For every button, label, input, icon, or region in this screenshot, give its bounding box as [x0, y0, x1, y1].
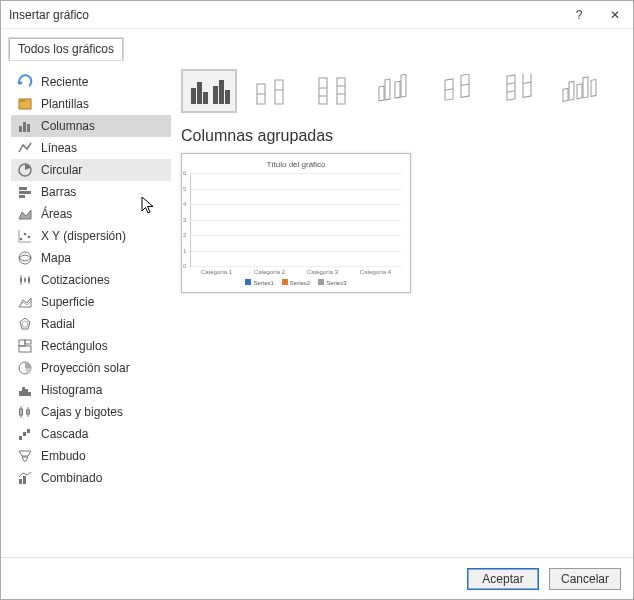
preview-xlabels: Categoría 1Categoría 2Categoría 3Categor…: [190, 269, 402, 275]
svg-line-68: [507, 91, 515, 92]
sidebar-item-0[interactable]: Reciente: [11, 71, 171, 93]
svg-rect-69: [523, 74, 531, 97]
svg-rect-52: [319, 78, 327, 104]
sidebar-item-label: Radial: [41, 317, 75, 331]
legend-item: Series2: [282, 279, 310, 286]
sidebar-item-10[interactable]: Superficie: [11, 291, 171, 313]
svg-rect-47: [225, 90, 230, 104]
svg-rect-61: [401, 74, 406, 97]
sidebar-item-1[interactable]: Plantillas: [11, 93, 171, 115]
preview-title: Título del gráfico: [190, 160, 402, 169]
sidebar-item-18[interactable]: Combinado: [11, 467, 171, 489]
sidebar-item-8[interactable]: Mapa: [11, 247, 171, 269]
svg-rect-74: [583, 77, 588, 98]
svg-rect-73: [577, 84, 582, 99]
svg-rect-7: [19, 191, 31, 194]
svg-rect-23: [19, 340, 25, 346]
sidebar-item-label: Superficie: [41, 295, 94, 309]
legend-item: Series1: [245, 279, 273, 286]
sidebar-item-6[interactable]: Áreas: [11, 203, 171, 225]
preview-legend: Series1Series2Series3: [190, 279, 402, 286]
subtype-2[interactable]: [305, 69, 361, 113]
subtype-0[interactable]: [181, 69, 237, 113]
svg-rect-28: [22, 387, 25, 396]
chart-type-icon: [17, 426, 33, 442]
tab-all-charts[interactable]: Todos los gráficos: [9, 38, 123, 60]
sidebar-item-16[interactable]: Cascada: [11, 423, 171, 445]
subtype-row: [181, 69, 623, 113]
sidebar-item-11[interactable]: Radial: [11, 313, 171, 335]
sidebar-item-label: Cascada: [41, 427, 88, 441]
help-button[interactable]: ?: [561, 1, 597, 29]
svg-rect-72: [569, 81, 574, 100]
sidebar-item-13[interactable]: Proyección solar: [11, 357, 171, 379]
sidebar-item-label: Columnas: [41, 119, 95, 133]
chart-type-icon: [17, 228, 33, 244]
close-button[interactable]: ✕: [597, 1, 633, 29]
chart-type-icon: [17, 448, 33, 464]
svg-rect-48: [257, 84, 265, 104]
x-label: Categoría 2: [254, 269, 285, 275]
sidebar-item-3[interactable]: Líneas: [11, 137, 171, 159]
chart-type-list: RecientePlantillasColumnasLíneasCircular…: [11, 69, 171, 557]
svg-rect-25: [19, 346, 31, 352]
sidebar-item-12[interactable]: Rectángulos: [11, 335, 171, 357]
svg-rect-40: [19, 479, 22, 484]
sidebar-item-14[interactable]: Histograma: [11, 379, 171, 401]
subtype-6[interactable]: [553, 69, 609, 113]
sidebar-item-9[interactable]: Cotizaciones: [11, 269, 171, 291]
svg-rect-27: [19, 391, 22, 396]
chart-type-icon: [17, 184, 33, 200]
help-icon: ?: [576, 8, 583, 22]
sidebar-item-2[interactable]: Columnas: [11, 115, 171, 137]
sidebar-item-label: Barras: [41, 185, 76, 199]
svg-point-14: [19, 252, 31, 264]
svg-rect-64: [461, 74, 469, 97]
sidebar-item-4[interactable]: Circular: [11, 159, 171, 181]
sidebar-item-label: Reciente: [41, 75, 88, 89]
subtype-4[interactable]: [429, 69, 485, 113]
svg-rect-37: [27, 429, 30, 433]
svg-rect-24: [25, 340, 31, 344]
preview-plot: 0123456: [190, 173, 402, 267]
sidebar-item-label: Mapa: [41, 251, 71, 265]
subtype-1[interactable]: [243, 69, 299, 113]
ok-button[interactable]: Aceptar: [467, 568, 539, 590]
sidebar-item-label: Plantillas: [41, 97, 89, 111]
svg-rect-1: [19, 99, 25, 102]
svg-rect-75: [591, 79, 596, 96]
sidebar-item-5[interactable]: Barras: [11, 181, 171, 203]
subtype-3[interactable]: [367, 69, 423, 113]
sidebar-item-label: Rectángulos: [41, 339, 108, 353]
chart-type-icon: [17, 360, 33, 376]
window-title: Insertar gráfico: [9, 8, 561, 22]
sidebar-item-7[interactable]: X Y (dispersión): [11, 225, 171, 247]
chart-preview[interactable]: Título del gráfico 0123456 Categoría 1Ca…: [181, 153, 411, 293]
cancel-button[interactable]: Cancelar: [549, 568, 621, 590]
svg-line-63: [445, 89, 453, 90]
svg-rect-58: [379, 86, 384, 101]
dialog-footer: Aceptar Cancelar: [1, 557, 633, 599]
sidebar-item-17[interactable]: Embudo: [11, 445, 171, 467]
svg-rect-4: [27, 124, 30, 132]
subtype-5[interactable]: [491, 69, 547, 113]
chart-type-icon: [17, 316, 33, 332]
sidebar-item-label: Cajas y bigotes: [41, 405, 123, 419]
sidebar-item-label: Proyección solar: [41, 361, 130, 375]
sidebar-item-label: Circular: [41, 163, 82, 177]
sidebar-item-label: Áreas: [41, 207, 72, 221]
svg-rect-45: [213, 86, 218, 104]
svg-rect-41: [23, 476, 26, 484]
x-label: Categoría 1: [201, 269, 232, 275]
chart-type-icon: [17, 162, 33, 178]
x-label: Categoría 3: [307, 269, 338, 275]
x-label: Categoría 4: [360, 269, 391, 275]
svg-rect-62: [445, 79, 453, 100]
tab-row: Todos los gráficos: [1, 29, 633, 59]
insert-chart-dialog: Insertar gráfico ? ✕ Todos los gráficos …: [0, 0, 634, 600]
svg-rect-29: [25, 389, 28, 396]
svg-rect-3: [23, 122, 26, 132]
sidebar-item-15[interactable]: Cajas y bigotes: [11, 401, 171, 423]
svg-rect-66: [507, 75, 515, 100]
chart-type-icon: [17, 470, 33, 486]
